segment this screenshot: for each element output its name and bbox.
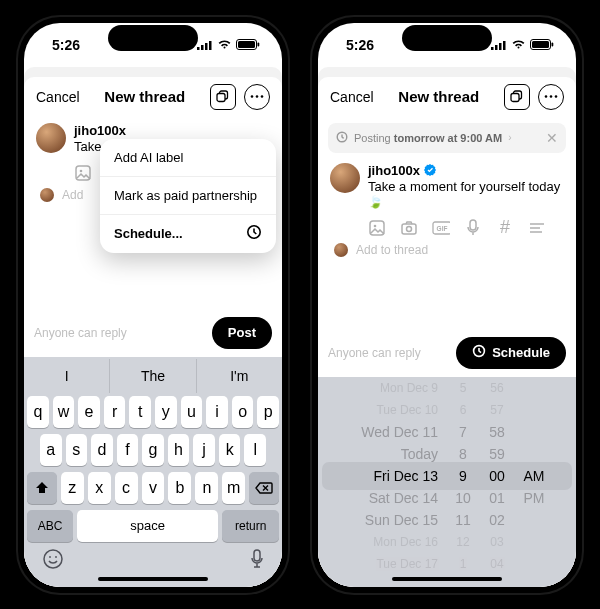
compose-sheet: Cancel New thread jiho100x Take a m [24, 77, 282, 587]
mic-icon[interactable] [464, 219, 482, 237]
menu-lines-icon[interactable] [528, 219, 546, 237]
nav-bar: Cancel New thread [24, 77, 282, 117]
status-icons [491, 39, 554, 50]
duplicate-icon[interactable] [210, 84, 236, 110]
cancel-button[interactable]: Cancel [36, 89, 80, 105]
key-l[interactable]: l [244, 434, 266, 466]
status-time: 5:26 [52, 37, 80, 53]
post-text[interactable]: Take a moment for yourself today 🍃 [368, 179, 564, 209]
nav-bar: Cancel New thread [318, 77, 576, 117]
key-a[interactable]: a [40, 434, 62, 466]
svg-rect-36 [402, 224, 416, 234]
key-f[interactable]: f [117, 434, 139, 466]
cancel-button[interactable]: Cancel [330, 89, 374, 105]
key-v[interactable]: v [142, 472, 165, 504]
avatar[interactable] [330, 163, 360, 193]
key-g[interactable]: g [142, 434, 164, 466]
mic-icon[interactable] [250, 549, 264, 573]
home-indicator[interactable] [392, 577, 502, 581]
battery-icon [530, 39, 554, 50]
menu-paid-partnership[interactable]: Mark as paid partnership [100, 177, 276, 215]
schedule-banner[interactable]: Posting tomorrow at 9:00 AM › ✕ [328, 123, 566, 153]
key-w[interactable]: w [53, 396, 75, 428]
svg-rect-29 [511, 94, 519, 102]
username[interactable]: jiho100x [74, 123, 126, 138]
post-button[interactable]: Post [212, 317, 272, 349]
reply-scope[interactable]: Anyone can reply [328, 346, 421, 360]
add-to-thread[interactable]: Add to thread [318, 237, 576, 257]
phone-right: 5:26 Cancel New thread Posting tomorrow … [310, 15, 584, 595]
wheel-ampm[interactable]: AM PM [514, 377, 554, 575]
svg-rect-6 [258, 43, 260, 47]
svg-point-18 [49, 556, 51, 558]
wheel-hour[interactable]: 5 6 7 8 9 10 11 12 1 [446, 377, 480, 575]
svg-rect-2 [205, 43, 208, 50]
menu-schedule[interactable]: Schedule... [100, 215, 276, 253]
key-abc[interactable]: ABC [27, 510, 73, 542]
key-y[interactable]: y [155, 396, 177, 428]
leaf-emoji: 🍃 [368, 195, 383, 209]
menu-ai-label[interactable]: Add AI label [100, 139, 276, 177]
avatar[interactable] [36, 123, 66, 153]
compose-footer: Anyone can reply Post [24, 309, 282, 357]
gallery-icon[interactable] [74, 164, 92, 182]
svg-rect-8 [217, 94, 225, 102]
svg-rect-27 [552, 43, 554, 47]
svg-point-37 [407, 226, 412, 231]
gif-icon[interactable]: GIF [432, 219, 450, 237]
key-k[interactable]: k [219, 434, 241, 466]
key-u[interactable]: u [181, 396, 203, 428]
home-indicator[interactable] [98, 577, 208, 581]
key-r[interactable]: r [104, 396, 126, 428]
key-z[interactable]: z [61, 472, 84, 504]
key-h[interactable]: h [168, 434, 190, 466]
emoji-icon[interactable] [42, 548, 64, 574]
wheel-date[interactable]: Mon Dec 9 Tue Dec 10 Wed Dec 11 Today Fr… [326, 377, 446, 575]
compose-sheet: Cancel New thread Posting tomorrow at 9:… [318, 77, 576, 587]
key-d[interactable]: d [91, 434, 113, 466]
svg-point-13 [80, 169, 83, 172]
schedule-button[interactable]: Schedule [456, 337, 566, 369]
svg-point-11 [261, 95, 264, 98]
key-backspace[interactable] [249, 472, 279, 504]
key-t[interactable]: t [129, 396, 151, 428]
more-menu-button[interactable] [244, 84, 270, 110]
key-m[interactable]: m [222, 472, 245, 504]
phone-left: 5:26 Cancel New thread jiho100x [16, 15, 290, 595]
close-icon[interactable]: ✕ [546, 130, 558, 146]
username[interactable]: jiho100x [368, 163, 420, 178]
reply-scope[interactable]: Anyone can reply [34, 326, 127, 340]
key-b[interactable]: b [168, 472, 191, 504]
add-thread-label: Add to thread [356, 243, 428, 257]
camera-icon[interactable] [400, 219, 418, 237]
key-p[interactable]: p [257, 396, 279, 428]
hashtag-icon[interactable]: # [496, 219, 514, 237]
key-shift[interactable] [27, 472, 57, 504]
date-picker[interactable]: Mon Dec 9 Tue Dec 10 Wed Dec 11 Today Fr… [318, 377, 576, 587]
key-e[interactable]: e [78, 396, 100, 428]
svg-rect-24 [503, 41, 506, 50]
key-q[interactable]: q [27, 396, 49, 428]
screen: 5:26 Cancel New thread jiho100x [24, 23, 282, 587]
key-j[interactable]: j [193, 434, 215, 466]
key-n[interactable]: n [195, 472, 218, 504]
more-menu-button[interactable] [538, 84, 564, 110]
key-i[interactable]: i [206, 396, 228, 428]
gallery-icon[interactable] [368, 219, 386, 237]
compose-footer: Anyone can reply Schedule [318, 329, 576, 377]
wheel-minute[interactable]: 56 57 58 59 00 01 02 03 04 [480, 377, 514, 575]
svg-point-9 [251, 95, 254, 98]
key-s[interactable]: s [66, 434, 88, 466]
prediction-2[interactable]: I'm [196, 359, 282, 393]
svg-text:GIF: GIF [437, 225, 448, 232]
add-thread-label: Add [62, 188, 83, 202]
key-c[interactable]: c [115, 472, 138, 504]
prediction-1[interactable]: The [109, 359, 195, 393]
key-space[interactable]: space [77, 510, 218, 542]
key-x[interactable]: x [88, 472, 111, 504]
duplicate-icon[interactable] [504, 84, 530, 110]
prediction-0[interactable]: I [24, 359, 109, 393]
more-popover: Add AI label Mark as paid partnership Sc… [100, 139, 276, 253]
key-o[interactable]: o [232, 396, 254, 428]
key-return[interactable]: return [222, 510, 279, 542]
